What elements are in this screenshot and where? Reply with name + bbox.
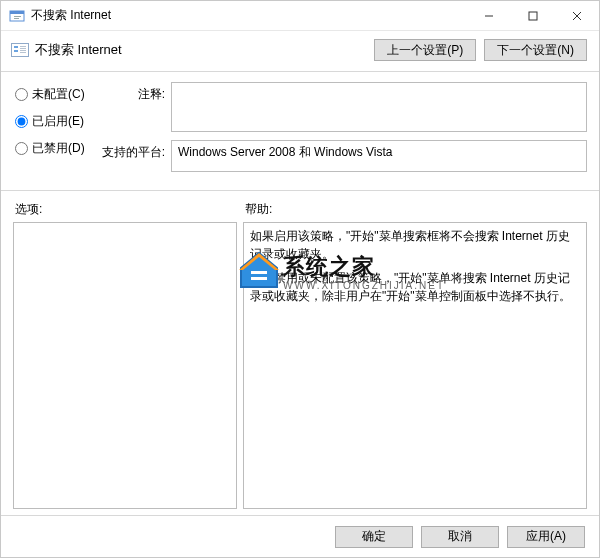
- radio-disabled-input[interactable]: [15, 142, 28, 155]
- help-label: 帮助:: [245, 201, 272, 218]
- help-paragraph-1: 如果启用该策略，"开始"菜单搜索框将不会搜索 Internet 历史记录或收藏夹…: [250, 227, 580, 263]
- comment-textarea[interactable]: [171, 82, 587, 132]
- footer: 确定 取消 应用(A): [1, 515, 599, 557]
- close-button[interactable]: [555, 1, 599, 30]
- platform-field[interactable]: Windows Server 2008 和 Windows Vista: [171, 140, 587, 172]
- state-radio-group: 未配置(C) 已启用(E) 已禁用(D): [15, 82, 101, 180]
- svg-rect-2: [14, 16, 21, 17]
- window-title: 不搜索 Internet: [31, 7, 467, 24]
- radio-not-configured-input[interactable]: [15, 88, 28, 101]
- window-controls: [467, 1, 599, 30]
- svg-rect-5: [529, 12, 537, 20]
- fields-column: 注释: 支持的平台: Windows Server 2008 和 Windows…: [101, 82, 587, 180]
- svg-rect-13: [20, 50, 26, 51]
- radio-not-configured[interactable]: 未配置(C): [15, 86, 101, 103]
- maximize-button[interactable]: [511, 1, 555, 30]
- prev-setting-button[interactable]: 上一个设置(P): [374, 39, 476, 61]
- radio-enabled[interactable]: 已启用(E): [15, 113, 101, 130]
- comment-label: 注释:: [101, 82, 171, 132]
- svg-rect-3: [14, 18, 19, 19]
- radio-enabled-input[interactable]: [15, 115, 28, 128]
- app-icon: [9, 8, 25, 24]
- titlebar: 不搜索 Internet: [1, 1, 599, 31]
- help-text: 如果启用该策略，"开始"菜单搜索框将不会搜索 Internet 历史记录或收藏夹…: [250, 227, 580, 305]
- dialog-window: 不搜索 Internet 不搜索 Intern: [0, 0, 600, 558]
- svg-rect-14: [20, 52, 26, 53]
- help-paragraph-2: 如果禁用或未配置该策略，"开始"菜单将搜索 Internet 历史记录或收藏夹，…: [250, 269, 580, 305]
- cancel-button[interactable]: 取消: [421, 526, 499, 548]
- help-panel: 如果启用该策略，"开始"菜单搜索框将不会搜索 Internet 历史记录或收藏夹…: [243, 222, 587, 509]
- panels: 如果启用该策略，"开始"菜单搜索框将不会搜索 Internet 历史记录或收藏夹…: [1, 222, 599, 515]
- ok-button[interactable]: 确定: [335, 526, 413, 548]
- apply-button[interactable]: 应用(A): [507, 526, 585, 548]
- options-label: 选项:: [15, 201, 245, 218]
- section-labels: 选项: 帮助:: [1, 191, 599, 222]
- radio-not-configured-label: 未配置(C): [32, 86, 85, 103]
- next-setting-button[interactable]: 下一个设置(N): [484, 39, 587, 61]
- page-title: 不搜索 Internet: [35, 41, 374, 59]
- svg-rect-1: [10, 11, 24, 14]
- policy-icon: [11, 43, 29, 57]
- options-panel: [13, 222, 237, 509]
- svg-rect-11: [20, 46, 26, 47]
- minimize-button[interactable]: [467, 1, 511, 30]
- radio-enabled-label: 已启用(E): [32, 113, 84, 130]
- body: 未配置(C) 已启用(E) 已禁用(D) 注释: 支持的平台: Windows …: [1, 72, 599, 184]
- platform-label: 支持的平台:: [101, 140, 171, 172]
- radio-disabled-label: 已禁用(D): [32, 140, 85, 157]
- svg-rect-9: [14, 46, 18, 48]
- svg-rect-10: [14, 50, 18, 52]
- radio-disabled[interactable]: 已禁用(D): [15, 140, 101, 157]
- svg-rect-12: [20, 48, 26, 49]
- header-row: 不搜索 Internet 上一个设置(P) 下一个设置(N): [1, 31, 599, 65]
